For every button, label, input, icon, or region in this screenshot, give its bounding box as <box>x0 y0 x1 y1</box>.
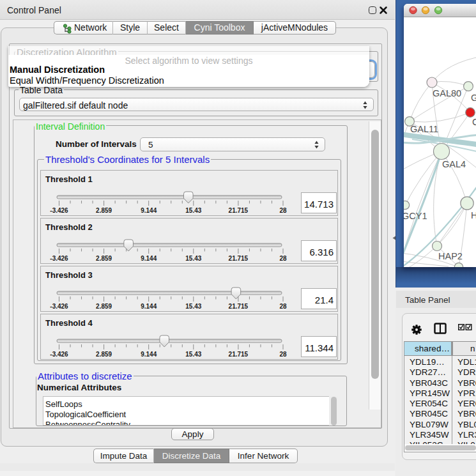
svg-text:9.144: 9.144 <box>141 207 157 214</box>
svg-text:GA: GA <box>471 93 476 103</box>
svg-text:15.43: 15.43 <box>185 207 201 214</box>
svg-text:-3.426: -3.426 <box>50 303 68 310</box>
svg-text:2.859: 2.859 <box>96 351 112 358</box>
svg-text:28: 28 <box>279 255 287 262</box>
svg-text:H: H <box>471 210 476 220</box>
svg-text:-3.426: -3.426 <box>50 255 68 262</box>
svg-text:9.144: 9.144 <box>141 255 157 262</box>
svg-text:21.715: 21.715 <box>229 351 249 358</box>
svg-text:15.43: 15.43 <box>185 255 201 262</box>
svg-text:-3.426: -3.426 <box>50 207 68 214</box>
svg-text:2.859: 2.859 <box>96 255 112 262</box>
svg-text:GAL11: GAL11 <box>410 124 438 134</box>
svg-text:21.715: 21.715 <box>229 303 249 310</box>
svg-text:15.43: 15.43 <box>185 351 201 358</box>
svg-text:9.144: 9.144 <box>141 303 157 310</box>
svg-text:GAL4: GAL4 <box>442 159 466 169</box>
svg-text:2.859: 2.859 <box>96 303 112 310</box>
svg-text:28: 28 <box>279 351 287 358</box>
svg-text:28: 28 <box>279 207 287 214</box>
svg-text:HAP2: HAP2 <box>438 251 463 261</box>
svg-text:GCY1: GCY1 <box>404 211 427 221</box>
svg-text:GAL80: GAL80 <box>433 88 461 98</box>
svg-text:21.715: 21.715 <box>229 207 249 214</box>
svg-text:15.43: 15.43 <box>185 303 201 310</box>
svg-text:28: 28 <box>279 303 287 310</box>
svg-text:9.144: 9.144 <box>141 351 157 358</box>
svg-text:21.715: 21.715 <box>229 255 249 262</box>
svg-text:-3.426: -3.426 <box>50 351 68 358</box>
svg-text:C: C <box>472 117 476 127</box>
svg-text:2.859: 2.859 <box>96 207 112 214</box>
